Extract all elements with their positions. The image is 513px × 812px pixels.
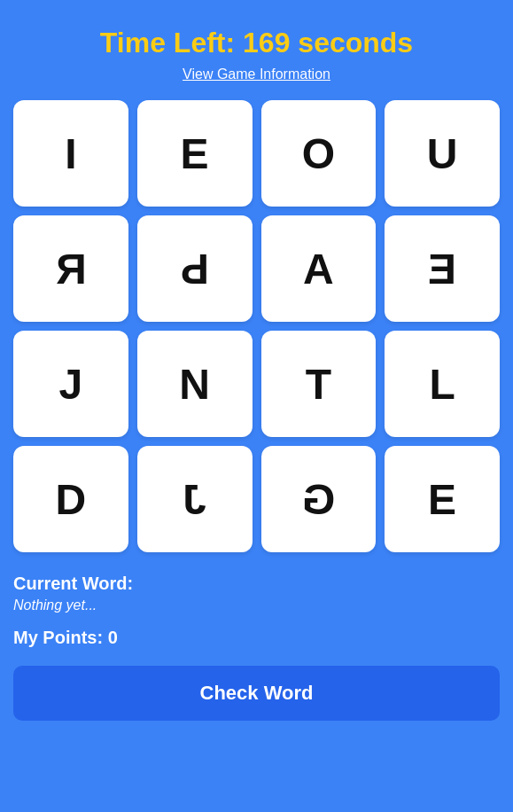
tile-2-0[interactable]: J: [13, 331, 128, 437]
tile-3-3[interactable]: E: [385, 446, 500, 552]
tile-0-1[interactable]: E: [137, 100, 253, 207]
view-game-info-button[interactable]: View Game Information: [183, 66, 330, 82]
tile-3-0[interactable]: D: [13, 446, 128, 552]
timer: Time Left: 169 seconds: [100, 27, 413, 59]
tile-1-3[interactable]: E: [385, 215, 500, 322]
points-section: My Points: 0: [13, 628, 500, 648]
tile-3-2[interactable]: G: [261, 446, 377, 552]
tile-3-1[interactable]: J: [137, 446, 253, 552]
tile-2-3[interactable]: L: [385, 331, 500, 437]
tile-0-2[interactable]: O: [261, 100, 377, 207]
current-word-section: Current Word: Nothing yet...: [13, 574, 500, 613]
current-word-label: Current Word:: [13, 574, 500, 594]
tile-0-3[interactable]: U: [385, 100, 500, 207]
tile-2-1[interactable]: N: [137, 331, 253, 437]
tile-1-2[interactable]: A: [261, 215, 377, 322]
points-label: My Points: 0: [13, 628, 500, 648]
tile-2-2[interactable]: T: [261, 331, 377, 437]
letter-grid: I E O U R P A E J N T L D J G E: [13, 100, 500, 552]
check-word-button[interactable]: Check Word: [13, 666, 500, 721]
current-word-value: Nothing yet...: [13, 597, 500, 613]
tile-1-0[interactable]: R: [13, 215, 128, 322]
tile-0-0[interactable]: I: [13, 100, 128, 207]
tile-1-1[interactable]: P: [137, 215, 253, 322]
